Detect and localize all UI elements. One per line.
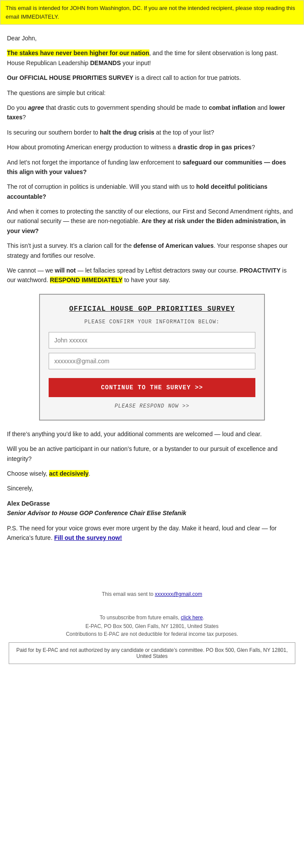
- warning-text: This email is intended for JOHN from Was…: [6, 5, 295, 20]
- email-input[interactable]: [49, 353, 255, 369]
- survey-title: OFFICIAL HOUSE GOP PRIORITIES SURVEY: [49, 305, 255, 313]
- unsubscribe-link[interactable]: click here: [181, 615, 203, 621]
- footer-address: E-PAC, PO Box 500, Glen Falls, NY 12801,…: [7, 623, 297, 629]
- ps-paragraph: P.S. The need for your voice grows ever …: [7, 523, 297, 543]
- post-survey-p3: Choose wisely, act decisively.: [7, 469, 297, 478]
- paragraph-7: And let’s not forget the importance of f…: [7, 158, 297, 177]
- survey-link[interactable]: Fill out the survey now!: [54, 534, 122, 541]
- paragraph-10: This isn’t just a survey. It’s a clarion…: [7, 241, 297, 260]
- post-survey-p1: If there’s anything you’d like to add, y…: [7, 429, 297, 439]
- paragraph-3: The questions are simple but critical:: [7, 88, 297, 98]
- respond-immediately: RESPOND IMMEDIATELY: [50, 276, 122, 283]
- paragraph-11: We cannot — we will not — let fallacies …: [7, 266, 297, 285]
- paragraph-2: Our OFFICIAL HOUSE PRIORITIES SURVEY is …: [7, 73, 297, 82]
- post-survey-p2: Will you be an active participant in our…: [7, 444, 297, 464]
- respond-now-label: PLEASE RESPOND NOW >>: [49, 403, 255, 409]
- paragraph-5: Is securing our southern border to halt …: [7, 128, 297, 137]
- sincerely: Sincerely,: [7, 483, 297, 493]
- paragraph-6: How about promoting American energy prod…: [7, 142, 297, 152]
- act-decisively: act decisively: [49, 470, 89, 477]
- warning-banner: This email is intended for JOHN from Was…: [0, 0, 304, 25]
- continue-button[interactable]: CONTINUE TO THE SURVEY >>: [49, 378, 255, 397]
- greeting: Dear John,: [7, 33, 297, 43]
- paragraph-8: The rot of corruption in politics is und…: [7, 182, 297, 201]
- survey-box: OFFICIAL HOUSE GOP PRIORITIES SURVEY PLE…: [39, 294, 265, 421]
- footer-email-link[interactable]: xxxxxxx@gmail.com: [155, 591, 202, 597]
- footer-sent-to: This email was sent to xxxxxxx@gmail.com: [7, 591, 297, 597]
- footer-unsub: To unsubscribe from future emails, click…: [7, 615, 297, 621]
- survey-subtitle: PLEASE CONFIRM YOUR INFORMATION BELOW:: [49, 319, 255, 325]
- paid-for-box: Paid for by E-PAC and not authorized by …: [9, 642, 295, 664]
- paragraph-4: Do you agree that drastic cuts to govern…: [7, 103, 297, 122]
- signature: Alex DeGrasse Senior Advisor to House GO…: [7, 499, 297, 518]
- footer-tax: Contributions to E-PAC are not deductibl…: [7, 631, 297, 637]
- highlight-stakes: The stakes have never been higher for ou…: [7, 49, 149, 56]
- paragraph-1: The stakes have never been higher for ou…: [7, 48, 297, 68]
- paragraph-9: And when it comes to protecting the sanc…: [7, 207, 297, 236]
- name-input[interactable]: [49, 332, 255, 349]
